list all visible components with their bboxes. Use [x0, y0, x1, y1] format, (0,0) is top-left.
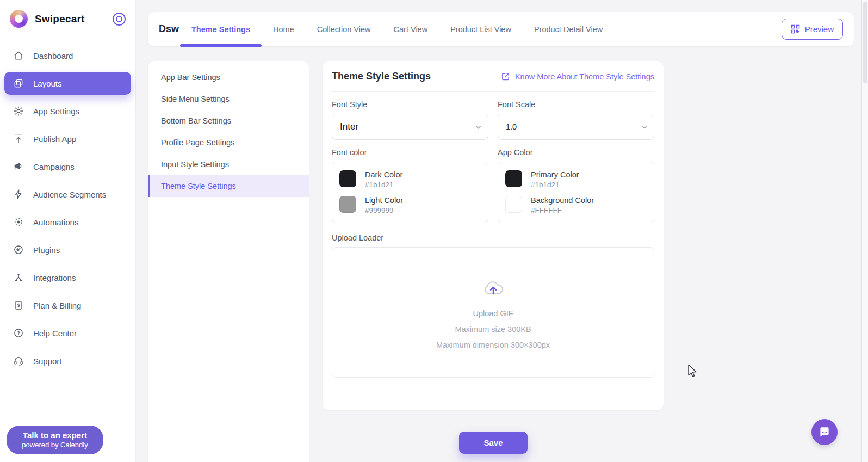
- chat-widget-button[interactable]: [811, 419, 838, 445]
- light-color-swatch[interactable]: [339, 196, 356, 213]
- app-root: Swipecart Dashboard Layouts App Settings…: [0, 0, 868, 462]
- expert-button-line1: Talk to an expert: [11, 430, 99, 440]
- sidebar-item-dashboard[interactable]: Dashboard: [4, 44, 131, 67]
- preview-button-label: Preview: [805, 24, 834, 34]
- sidebar-item-help-center[interactable]: ? Help Center: [4, 322, 131, 344]
- upload-loader-dropzone[interactable]: Upload GIF Maximum size 300KB Maximum di…: [332, 247, 654, 378]
- content-row: App Bar Settings Side Menu Settings Bott…: [148, 61, 664, 462]
- sidebar-item-plan-billing[interactable]: $ Plan & Billing: [4, 294, 131, 317]
- tab-home[interactable]: Home: [262, 12, 306, 46]
- sidebar-item-label: Help Center: [33, 329, 77, 338]
- svg-text:$: $: [17, 303, 20, 308]
- cloud-upload-icon: [481, 276, 506, 297]
- font-color-card: Dark Color #1b1d21 Light Color #999999: [332, 162, 488, 223]
- chat-bubble-icon: [817, 425, 832, 439]
- svg-text:?: ?: [17, 330, 20, 336]
- billing-icon: $: [13, 300, 24, 311]
- brand-header: Swipecart: [0, 0, 135, 33]
- swatch-name: Dark Color: [365, 170, 402, 179]
- headset-icon: [13, 355, 24, 366]
- sidebar-item-label: Layouts: [33, 79, 62, 88]
- background-color-swatch[interactable]: [505, 196, 522, 213]
- topbar-tabs: Theme Settings Home Collection View Cart…: [180, 12, 614, 46]
- tab-cart-view[interactable]: Cart View: [382, 12, 439, 46]
- font-style-select[interactable]: Inter: [332, 114, 488, 140]
- sidebar-nav: Dashboard Layouts App Settings Publish A…: [0, 33, 135, 462]
- panel-header: Theme Style Settings Know More About The…: [332, 61, 654, 92]
- swatch-name: Primary Color: [531, 170, 579, 179]
- chevron-down-icon: [468, 123, 488, 131]
- integration-icon: [13, 272, 24, 283]
- settings-item-theme-style[interactable]: Theme Style Settings: [148, 175, 309, 197]
- sidebar-item-app-settings[interactable]: App Settings: [4, 100, 131, 122]
- external-link-icon: [501, 72, 510, 81]
- chevron-down-icon: [634, 123, 654, 131]
- home-icon: [13, 50, 24, 61]
- swatch-hex: #999999: [365, 206, 403, 214]
- tab-collection-view[interactable]: Collection View: [306, 12, 382, 46]
- expert-button-line2: powered by Calendly: [11, 441, 99, 449]
- sidebar-item-label: Integrations: [33, 273, 76, 282]
- sidebar-item-support[interactable]: Support: [4, 349, 131, 372]
- upload-max-size-text: Maximum size 300KB: [455, 325, 531, 334]
- sidebar-item-audience-segments[interactable]: Audience Segments: [4, 183, 131, 206]
- brand-name: Swipecart: [35, 13, 106, 25]
- tab-product-detail-view[interactable]: Product Detail View: [523, 12, 614, 46]
- settings-item-side-menu[interactable]: Side Menu Settings: [148, 88, 309, 110]
- layouts-icon: [13, 78, 24, 89]
- sidebar: Swipecart Dashboard Layouts App Settings…: [0, 0, 136, 462]
- upload-gif-text: Upload GIF: [473, 309, 513, 318]
- main-area: Dsw Theme Settings Home Collection View …: [136, 0, 868, 462]
- upload-loader-label: Upload Loader: [332, 233, 654, 242]
- swatch-name: Background Color: [531, 196, 594, 205]
- sidebar-item-publish-app[interactable]: Publish App: [4, 127, 131, 150]
- lightning-icon: [13, 189, 24, 200]
- automation-icon: [13, 217, 24, 227]
- sidebar-item-integrations[interactable]: Integrations: [4, 266, 131, 289]
- vertical-scrollbar[interactable]: [861, 0, 868, 462]
- help-icon: ?: [13, 328, 24, 338]
- primary-color-swatch[interactable]: [505, 170, 522, 187]
- swatch-name: Light Color: [365, 196, 403, 205]
- swipecart-logo-icon: [10, 10, 28, 28]
- font-style-value: Inter: [340, 121, 358, 132]
- dark-color-row[interactable]: Dark Color #1b1d21: [339, 170, 481, 189]
- app-name: Dsw: [159, 23, 179, 35]
- sidebar-item-label: Dashboard: [33, 51, 73, 60]
- target-icon[interactable]: [113, 13, 126, 26]
- preview-button[interactable]: Preview: [782, 19, 843, 40]
- know-more-link[interactable]: Know More About Theme Style Settings: [501, 72, 654, 81]
- sidebar-item-layouts[interactable]: Layouts: [4, 72, 131, 95]
- swatch-hex: #1b1d21: [365, 181, 402, 189]
- settings-menu: App Bar Settings Side Menu Settings Bott…: [148, 61, 309, 462]
- font-scale-select[interactable]: 1.0: [498, 114, 654, 140]
- settings-item-input-style[interactable]: Input Style Settings: [148, 153, 309, 175]
- tab-product-list-view[interactable]: Product List View: [439, 12, 523, 46]
- primary-color-row[interactable]: Primary Color #1b1d21: [505, 170, 647, 189]
- sidebar-item-label: Plugins: [33, 245, 60, 255]
- save-button[interactable]: Save: [459, 432, 528, 454]
- light-color-row[interactable]: Light Color #999999: [339, 196, 481, 214]
- background-color-row[interactable]: Background Color #FFFFFF: [505, 196, 647, 214]
- theme-style-panel: Theme Style Settings Know More About The…: [323, 61, 664, 410]
- sidebar-item-label: Campaigns: [33, 162, 75, 171]
- sidebar-item-campaigns[interactable]: Campaigns: [4, 155, 131, 178]
- font-scale-label: Font Scale: [498, 100, 654, 109]
- scrollbar-thumb[interactable]: [863, 2, 867, 83]
- sidebar-item-plugins[interactable]: Plugins: [4, 238, 131, 261]
- sidebar-item-automations[interactable]: Automations: [4, 211, 131, 233]
- font-color-label: Font color: [332, 148, 488, 157]
- publish-icon: [13, 133, 24, 144]
- talk-to-expert-button[interactable]: Talk to an expert powered by Calendly: [7, 426, 103, 454]
- app-color-label: App Color: [498, 148, 654, 157]
- settings-item-profile-page[interactable]: Profile Page Settings: [148, 132, 309, 153]
- panel-title: Theme Style Settings: [332, 71, 431, 82]
- qr-code-icon: [791, 24, 800, 34]
- tab-theme-settings[interactable]: Theme Settings: [180, 12, 262, 46]
- dark-color-swatch[interactable]: [339, 170, 356, 187]
- sidebar-item-label: Automations: [33, 218, 78, 227]
- settings-item-bottom-bar[interactable]: Bottom Bar Settings: [148, 110, 309, 132]
- plugin-icon: [13, 244, 24, 255]
- sidebar-item-label: Support: [33, 356, 62, 366]
- settings-item-app-bar[interactable]: App Bar Settings: [148, 66, 309, 88]
